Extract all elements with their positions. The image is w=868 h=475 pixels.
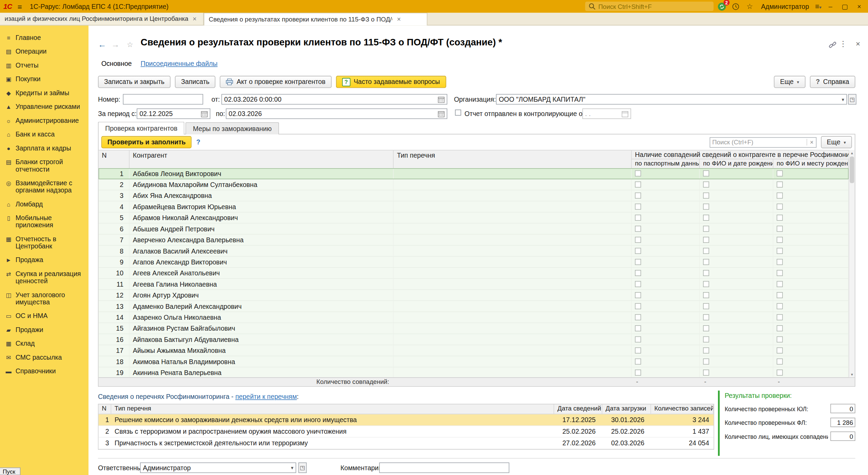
match-passport-checkbox[interactable] — [635, 314, 641, 320]
match-fio-birthdate-checkbox[interactable] — [703, 347, 709, 354]
link-icon[interactable] — [829, 41, 837, 49]
col-data-date[interactable]: Дата сведений — [554, 404, 602, 414]
match-fio-birthdate-checkbox[interactable] — [703, 204, 709, 210]
contractor-row[interactable]: 13Адаменко Валерий Александрович — [99, 301, 849, 312]
match-fio-birthplace-checkbox[interactable] — [777, 237, 783, 243]
save-close-button[interactable]: Записать и закрыть — [98, 76, 171, 88]
match-fio-birthdate-checkbox[interactable] — [703, 292, 709, 298]
match-fio-birthplace-checkbox[interactable] — [777, 226, 783, 232]
main-menu-icon[interactable]: ≡ — [17, 2, 22, 11]
match-fio-birthdate-checkbox[interactable] — [703, 182, 709, 188]
match-fio-birthplace-checkbox[interactable] — [777, 292, 783, 298]
match-passport-checkbox[interactable] — [635, 359, 641, 365]
col-load-date[interactable]: Дата загрузки — [602, 404, 651, 414]
match-fio-birthdate-checkbox[interactable] — [703, 192, 709, 199]
favorite-star-icon[interactable]: ☆ — [127, 40, 133, 48]
match-fio-birthplace-checkbox[interactable] — [777, 303, 783, 309]
match-passport-checkbox[interactable] — [635, 226, 641, 232]
sidebar-item-references[interactable]: ▬Справочники — [0, 364, 88, 378]
match-fio-birthplace-checkbox[interactable] — [777, 248, 783, 254]
match-fio-birthplace-checkbox[interactable] — [777, 314, 783, 320]
contractor-row[interactable]: 3Абих Яна Александровна — [99, 190, 849, 201]
sidebar-item-reports[interactable]: ▥Отчеты — [0, 59, 88, 73]
match-passport-checkbox[interactable] — [635, 292, 641, 298]
match-fio-birthdate-checkbox[interactable] — [703, 336, 709, 343]
tab-check-results[interactable]: Сведения о результатах проверки клиентов… — [204, 13, 428, 25]
contractor-row[interactable]: 9Агапов Александр Викторович — [99, 257, 849, 268]
calendar-icon[interactable] — [438, 96, 444, 102]
forward-arrow-icon[interactable]: → — [111, 40, 120, 49]
report-sent-date-input[interactable]: . . — [583, 109, 631, 119]
sidebar-item-mobile-apps[interactable]: ▯Мобильные приложения — [0, 211, 88, 232]
settings-menu-icon[interactable]: ≡▾ — [815, 2, 822, 10]
history-icon[interactable] — [731, 1, 741, 12]
number-input[interactable] — [123, 94, 203, 105]
panel-more-button[interactable]: Еще▾ — [821, 136, 852, 148]
favorites-star-icon[interactable]: ☆ — [744, 1, 755, 12]
sidebar-item-supervision[interactable]: ◎Взаимодействие с органами надзора — [0, 176, 88, 198]
comment-input[interactable] — [379, 462, 509, 473]
minimize-button[interactable]: – — [825, 1, 836, 11]
dropdown-icon[interactable]: ▾ — [291, 465, 293, 471]
scroll-thumb[interactable] — [850, 157, 854, 183]
match-fio-birthplace-checkbox[interactable] — [777, 281, 783, 287]
period-to-input[interactable]: 02.03.2026 — [226, 109, 447, 119]
more-button[interactable]: Еще▾ — [774, 76, 805, 88]
match-passport-checkbox[interactable] — [635, 270, 641, 276]
sidebar-item-pawnshop[interactable]: ⌂Ломбард — [0, 198, 88, 212]
contractor-row[interactable]: 17Айыжы Ажыкмаа Михайловна — [99, 345, 849, 356]
match-fio-birthplace-checkbox[interactable] — [777, 204, 783, 210]
period-from-input[interactable]: 02.12.2025 — [137, 109, 210, 119]
contractor-row[interactable]: 10Агеев Алексей Анатольевич — [99, 268, 849, 279]
global-search-input[interactable]: Поиск Ctrl+Shift+F — [585, 2, 713, 11]
sidebar-item-purchases[interactable]: ▣Покупки — [0, 72, 88, 86]
tab-main[interactable]: Основное — [101, 60, 132, 68]
match-passport-checkbox[interactable] — [635, 215, 641, 221]
calendar-icon[interactable] — [201, 110, 207, 117]
match-fio-birthdate-checkbox[interactable] — [703, 170, 709, 176]
match-fio-birthdate-checkbox[interactable] — [703, 237, 709, 243]
sidebar-item-sales[interactable]: ▰Продажи — [0, 323, 88, 337]
col-contractor[interactable]: Контрагент — [129, 150, 393, 169]
match-fio-birthplace-checkbox[interactable] — [777, 182, 783, 188]
updates-notification-icon[interactable]: 2 — [717, 1, 727, 12]
organization-open-button[interactable]: ◳ — [848, 94, 856, 105]
sidebar-item-os-nma[interactable]: ▭ОС и НМА — [0, 309, 88, 323]
tab-attached-files[interactable]: Присоединенные файлы — [141, 60, 218, 68]
tab-close-icon[interactable]: × — [193, 15, 196, 23]
match-fio-birthdate-checkbox[interactable] — [703, 314, 709, 320]
close-window-button[interactable]: × — [854, 1, 865, 11]
match-fio-birthdate-checkbox[interactable] — [703, 303, 709, 309]
current-user[interactable]: Администратор — [761, 2, 809, 10]
match-fio-birthplace-checkbox[interactable] — [777, 259, 783, 265]
goto-lists-link[interactable]: перейти к перечням — [235, 393, 297, 401]
contractor-row[interactable]: 11Агеева Галина Николаевна — [99, 279, 849, 290]
table-scrollbar[interactable]: ▲ ▼ — [849, 150, 855, 377]
match-passport-checkbox[interactable] — [635, 347, 641, 354]
report-sent-checkbox[interactable] — [455, 110, 461, 116]
contractor-row[interactable]: 8Агалаков Василий Алексеевич — [99, 246, 849, 257]
sidebar-item-warehouse[interactable]: ▦Склад — [0, 337, 88, 351]
col-list-type[interactable]: Тип перечня — [111, 404, 554, 414]
contractor-row[interactable]: 4Абрамейцева Виктория Юрьевна — [99, 201, 849, 212]
sidebar-item-sms[interactable]: ✉СМС рассылка — [0, 351, 88, 365]
match-fio-birthdate-checkbox[interactable] — [703, 325, 709, 331]
check-help-link[interactable]: ? — [196, 138, 200, 146]
match-fio-birthdate-checkbox[interactable] — [703, 370, 709, 376]
act-print-button[interactable]: Акт о проверке контрагентов — [220, 76, 332, 88]
match-passport-checkbox[interactable] — [635, 303, 641, 309]
start-button[interactable]: Пуск — [0, 467, 20, 475]
match-passport-checkbox[interactable] — [635, 192, 641, 199]
contractor-row[interactable]: 5Абрамов Николай Александрович — [99, 213, 849, 224]
match-fio-birthplace-checkbox[interactable] — [777, 347, 783, 354]
match-fio-birthdate-checkbox[interactable] — [703, 281, 709, 287]
contractor-row[interactable]: 14Азаренко Ольга Николаевна — [99, 312, 849, 323]
calendar-icon[interactable] — [622, 110, 628, 117]
match-fio-birthdate-checkbox[interactable] — [703, 248, 709, 254]
more-actions-icon[interactable]: ⋮ — [839, 39, 847, 48]
sidebar-item-main[interactable]: ≡Главное — [0, 31, 88, 45]
match-fio-birthdate-checkbox[interactable] — [703, 226, 709, 232]
organization-combo[interactable]: ООО "ЛОМБАРД КАПИТАЛ" ▾ — [496, 94, 847, 105]
close-form-icon[interactable]: × — [856, 39, 860, 48]
col-n[interactable]: N — [99, 404, 111, 414]
